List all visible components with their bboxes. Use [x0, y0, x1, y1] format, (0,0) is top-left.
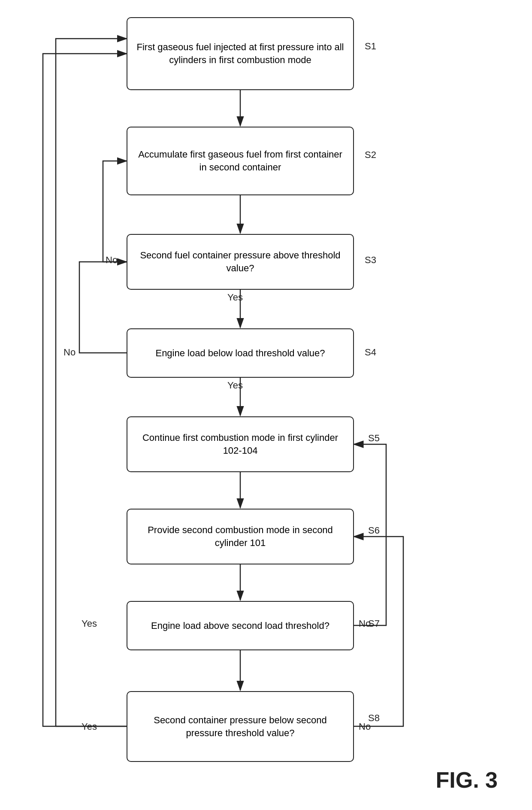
step-s3: Second fuel container pressure above thr… [127, 234, 354, 290]
label-s2: S2 [365, 149, 376, 161]
step-s7: Engine load above second load threshold? [127, 601, 354, 650]
yes-label-s8: Yes [82, 721, 97, 732]
step-s5: Continue first combustion mode in first … [127, 416, 354, 472]
no-label-s3: No [106, 255, 118, 266]
diagram: First gaseous fuel injected at first pre… [0, 0, 532, 810]
yes-label-s7: Yes [82, 618, 97, 629]
step-s6: Provide second combustion mode in second… [127, 509, 354, 564]
label-s1: S1 [365, 41, 376, 52]
no-label-s8: No [359, 721, 371, 732]
label-s5: S5 [368, 433, 380, 444]
step-s8: Second container pressure below second p… [127, 691, 354, 762]
yes-label-s3: Yes [227, 292, 243, 303]
no-label-s4: No [63, 347, 76, 358]
step-s4: Engine load below load threshold value? [127, 328, 354, 378]
label-s4: S4 [365, 347, 376, 358]
yes-label-s4: Yes [227, 380, 243, 391]
no-label-s7: No [359, 618, 371, 629]
flow-arrows [0, 0, 532, 810]
figure-label: FIG. 3 [436, 767, 498, 793]
step-s2: Accumulate first gaseous fuel from first… [127, 127, 354, 195]
step-s1: First gaseous fuel injected at first pre… [127, 17, 354, 90]
label-s6: S6 [368, 525, 380, 536]
label-s3: S3 [365, 255, 376, 266]
